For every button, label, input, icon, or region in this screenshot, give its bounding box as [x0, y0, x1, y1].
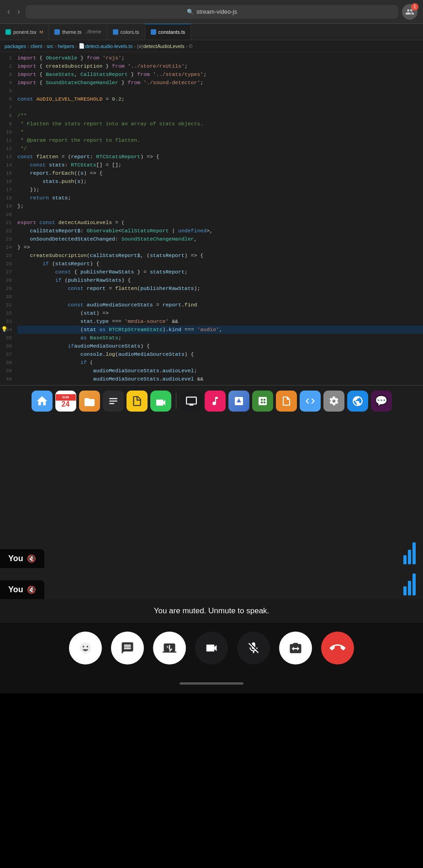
line-number: 6 — [0, 95, 17, 103]
lightbulb-icon[interactable]: 💡 — [1, 326, 8, 334]
line-content: return stats; — [17, 194, 423, 202]
notification-badge: 1 — [411, 3, 418, 11]
dock-calendar[interactable]: SUN 24 — [55, 391, 76, 412]
tab-component[interactable]: ponent.tsx M — [0, 24, 49, 40]
audio-bar-2 — [408, 581, 411, 595]
flip-camera-button[interactable] — [279, 632, 312, 664]
line-number: 27 — [0, 268, 17, 276]
line-content: * @param report the report to flatten. — [17, 136, 423, 145]
line-content: /** — [17, 112, 423, 120]
line-number: 4 — [0, 79, 17, 87]
camera-button[interactable] — [195, 632, 228, 664]
svg-point-0 — [80, 643, 91, 654]
line-number: 17 — [0, 186, 17, 194]
bc-function[interactable]: detectAudioLevels — [143, 43, 185, 49]
line-content: stat.type === 'media-source' && — [17, 317, 423, 326]
bc-client[interactable]: client — [31, 43, 42, 49]
line-content: import { createSubscription } from '../s… — [17, 62, 423, 70]
line-content: * — [17, 128, 423, 136]
audio-bar-1 — [403, 586, 407, 595]
line-content: if (statsReport) { — [17, 260, 423, 268]
mute-status-bar: You are muted. Unmute to speak. — [0, 599, 423, 623]
line-number: 15 — [0, 169, 17, 177]
mute-button[interactable] — [237, 632, 270, 664]
dock-reminders[interactable] — [103, 391, 124, 412]
avatar[interactable]: 1 — [402, 4, 418, 20]
dock-facetime[interactable] — [150, 391, 171, 412]
share-screen-button[interactable] — [153, 632, 186, 664]
code-line: 19}; — [0, 202, 423, 210]
dock-pages[interactable] — [276, 391, 297, 412]
line-number: 32 — [0, 309, 17, 317]
dock-numbers[interactable] — [252, 391, 273, 412]
dock-keynote[interactable] — [228, 391, 249, 412]
code-line: 33 stat.type === 'media-source' && — [0, 317, 423, 326]
line-content: if (publisherRawStats) { — [17, 276, 423, 284]
line-content: const stats: RTCStats[] = []; — [17, 161, 423, 169]
line-number: 13 — [0, 153, 17, 161]
dock-tv[interactable] — [181, 391, 202, 412]
dock-finder[interactable] — [32, 391, 53, 412]
line-content: const { publisherRawStats } = statsRepor… — [17, 268, 423, 276]
line-number: 24 — [0, 243, 17, 252]
code-line: 9 * Flatten the stats report into an arr… — [0, 120, 423, 128]
code-line: 28 if (publisherRawStats) { — [0, 276, 423, 284]
bc-helpers[interactable]: helpers — [58, 43, 74, 49]
line-number: 19 — [0, 202, 17, 210]
tab-label: constants.ts — [159, 29, 185, 35]
line-number: 11 — [0, 136, 17, 145]
tab-constants[interactable]: constants.ts — [145, 24, 191, 40]
dock-slack[interactable]: 💬 — [371, 391, 392, 412]
line-content: stats.push(s); — [17, 177, 423, 186]
bc-file[interactable]: detect-audio-levels.ts — [85, 43, 132, 49]
back-button[interactable]: ‹ — [5, 5, 12, 18]
reaction-button[interactable] — [69, 632, 102, 664]
line-number: 30 — [0, 293, 17, 301]
line-content: import { SoundStateChangeHandler } from … — [17, 79, 423, 87]
audio-level-bars — [403, 542, 416, 564]
line-number: 37 — [0, 350, 17, 359]
line-number: 12 — [0, 145, 17, 153]
tab-label: colors.ts — [121, 29, 139, 35]
dock-edge[interactable] — [347, 391, 368, 412]
ts-icon — [54, 29, 60, 35]
code-line: 10 * — [0, 128, 423, 136]
line-content: console.log(audioMediaSourceStats) { — [17, 350, 423, 359]
dock-notes[interactable] — [127, 391, 148, 412]
code-editor: 1import { Observable } from 'rxjs';2impo… — [0, 52, 423, 385]
dock-system-prefs[interactable] — [323, 391, 344, 412]
audio-level-indicator — [403, 573, 416, 595]
call-controls — [0, 623, 423, 673]
bc-packages[interactable]: packages — [5, 43, 26, 49]
tab-colors[interactable]: colors.ts — [107, 24, 145, 40]
code-line: 11 * @param report the report to flatten… — [0, 136, 423, 145]
forward-button[interactable]: › — [16, 5, 22, 18]
line-number: 22 — [0, 227, 17, 235]
url-bar[interactable]: 🔍 stream-video-js — [26, 5, 398, 19]
mute-status-text: You are muted. Unmute to speak. — [154, 606, 270, 616]
dock-folder[interactable] — [79, 391, 100, 412]
dock-music[interactable] — [205, 391, 226, 412]
line-number: 14 — [0, 161, 17, 169]
end-call-button[interactable] — [321, 632, 354, 664]
chat-button[interactable] — [111, 632, 144, 664]
code-line: 31 const audioMediaSourceStats = report.… — [0, 301, 423, 309]
ts-icon — [151, 29, 156, 35]
bc-src[interactable]: src — [47, 43, 53, 49]
line-number: 28 — [0, 276, 17, 284]
home-indicator — [0, 673, 423, 693]
dock-xcode[interactable] — [300, 391, 321, 412]
line-content: import { BaseStats, CallStatsReport } fr… — [17, 70, 423, 79]
line-number: 25 — [0, 252, 17, 260]
code-line: 14 const stats: RTCStats[] = []; — [0, 161, 423, 169]
code-line: 27 const { publisherRawStats } = statsRe… — [0, 268, 423, 276]
line-number: 26 — [0, 260, 17, 268]
tab-theme[interactable]: theme.ts ../theme — [49, 24, 107, 40]
line-content: }; — [17, 202, 423, 210]
line-content: */ — [17, 145, 423, 153]
line-number: 7 — [0, 103, 17, 112]
code-line: 2import { createSubscription } from '../… — [0, 62, 423, 70]
line-content: callStatsReport$: Observable<CallStatsRe… — [17, 227, 423, 235]
code-line: 25 createSubscription(callStatsReport$, … — [0, 252, 423, 260]
url-text: stream-video-js — [196, 8, 237, 15]
